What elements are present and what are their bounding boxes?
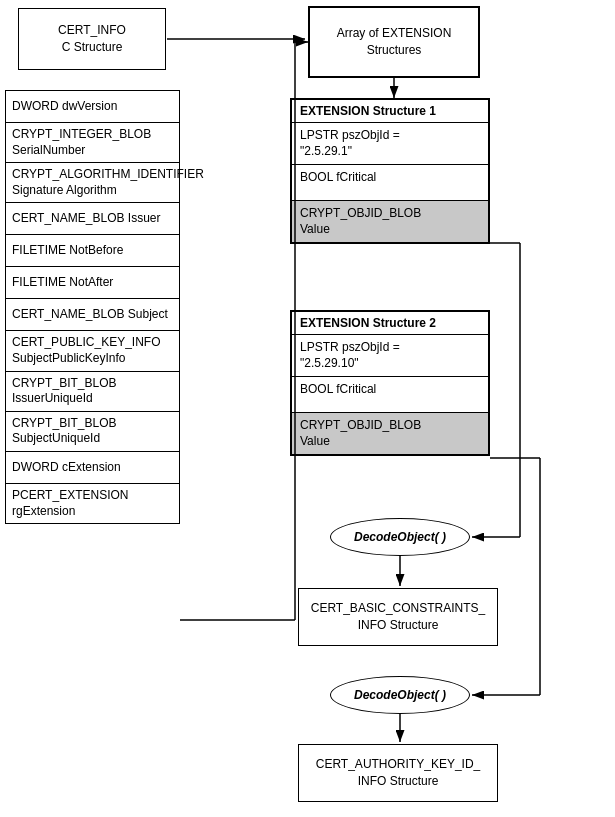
array-ext-line1: Array of EXTENSION bbox=[337, 25, 452, 42]
cert-authority-box: CERT_AUTHORITY_KEY_ID_ INFO Structure bbox=[298, 744, 498, 802]
decode-object-1: DecodeObject( ) bbox=[330, 518, 470, 556]
field-row: CERT_NAME_BLOB Issuer bbox=[5, 202, 180, 234]
field-row: CRYPT_BIT_BLOB IssuerUniqueId bbox=[5, 371, 180, 411]
decode-object-2: DecodeObject( ) bbox=[330, 676, 470, 714]
field-row: DWORD dwVersion bbox=[5, 90, 180, 122]
cert-info-title: CERT_INFO bbox=[58, 22, 126, 39]
array-ext-line2: Structures bbox=[367, 42, 422, 59]
field-row: CRYPT_BIT_BLOB SubjectUniqueId bbox=[5, 411, 180, 451]
diagram-container: CERT_INFO C Structure Array of EXTENSION… bbox=[0, 0, 615, 817]
ext1-header: EXTENSION Structure 1 bbox=[292, 100, 488, 123]
field-row: DWORD cExtension bbox=[5, 451, 180, 483]
array-ext-box: Array of EXTENSION Structures bbox=[308, 6, 480, 78]
ext1-field1: LPSTR pszObjId = "2.5.29.1" bbox=[292, 123, 488, 165]
decode1-label: DecodeObject( ) bbox=[354, 530, 446, 544]
ext2-field1: LPSTR pszObjId = "2.5.29.10" bbox=[292, 335, 488, 377]
field-row: CRYPT_ALGORITHM_IDENTIFIER Signature Alg… bbox=[5, 162, 180, 202]
cert-basic-box: CERT_BASIC_CONSTRAINTS_ INFO Structure bbox=[298, 588, 498, 646]
decode2-label: DecodeObject( ) bbox=[354, 688, 446, 702]
ext2-box: EXTENSION Structure 2 LPSTR pszObjId = "… bbox=[290, 310, 490, 456]
field-row: CRYPT_INTEGER_BLOB SerialNumber bbox=[5, 122, 180, 162]
ext2-header: EXTENSION Structure 2 bbox=[292, 312, 488, 335]
field-row: PCERT_EXTENSION rgExtension bbox=[5, 483, 180, 524]
ext1-box: EXTENSION Structure 1 LPSTR pszObjId = "… bbox=[290, 98, 490, 244]
ext2-field2: BOOL fCritical bbox=[292, 377, 488, 413]
field-row: CERT_PUBLIC_KEY_INFO SubjectPublicKeyInf… bbox=[5, 330, 180, 370]
left-column: DWORD dwVersion CRYPT_INTEGER_BLOB Seria… bbox=[5, 90, 180, 524]
field-row: FILETIME NotBefore bbox=[5, 234, 180, 266]
field-row: CERT_NAME_BLOB Subject bbox=[5, 298, 180, 330]
ext1-field3: CRYPT_OBJID_BLOB Value bbox=[292, 201, 488, 242]
cert-basic-text: CERT_BASIC_CONSTRAINTS_ INFO Structure bbox=[311, 600, 486, 634]
ext1-field2: BOOL fCritical bbox=[292, 165, 488, 201]
ext2-field3: CRYPT_OBJID_BLOB Value bbox=[292, 413, 488, 454]
cert-info-subtitle: C Structure bbox=[62, 39, 123, 56]
field-row: FILETIME NotAfter bbox=[5, 266, 180, 298]
cert-info-box: CERT_INFO C Structure bbox=[18, 8, 166, 70]
cert-authority-text: CERT_AUTHORITY_KEY_ID_ INFO Structure bbox=[316, 756, 481, 790]
